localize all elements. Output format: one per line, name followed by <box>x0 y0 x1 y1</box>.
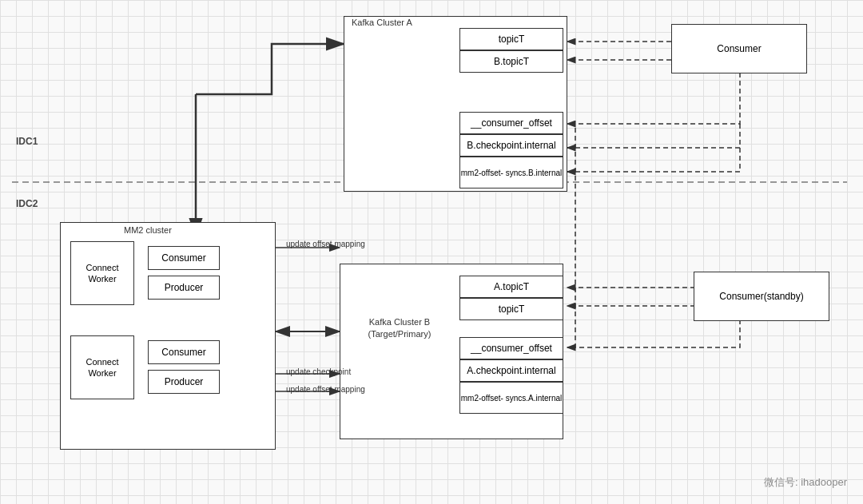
acheckpoint-b-label: A.checkpoint.internal <box>467 365 555 376</box>
consumer2-label: Consumer <box>161 347 205 358</box>
atopicT-b-label: A.topicT <box>494 281 529 292</box>
consumer-standby-box: Consumer(standby) <box>694 272 829 321</box>
idc1-label: IDC1 <box>16 136 38 147</box>
connect-worker1-label: Connect Worker <box>71 262 133 285</box>
update-offset-mapping2-label: update offset mapping <box>286 385 365 394</box>
consumer2-box: Consumer <box>148 340 220 364</box>
mm2-syncs-b-label: mm2-offset- syncs.A.internal <box>461 393 563 403</box>
btopicT-a-label: B.topicT <box>494 56 529 67</box>
consumer-offset-b-label: __consumer_offset <box>471 343 552 354</box>
producer2-label: Producer <box>165 376 204 387</box>
consumer-offset-a-label: __consumer_offset <box>471 117 552 129</box>
connect-worker1-box: Connect Worker <box>70 241 134 305</box>
idc2-label: IDC2 <box>16 198 38 209</box>
producer1-box: Producer <box>148 276 220 300</box>
bcheckpoint-a-box: B.checkpoint.internal <box>459 134 563 157</box>
kafka-cluster-a-label: Kafka Cluster A <box>352 18 412 27</box>
topicT-b-box: topicT <box>459 298 563 320</box>
producer2-box: Producer <box>148 370 220 394</box>
atopicT-b-box: A.topicT <box>459 276 563 298</box>
consumer-offset-a-box: __consumer_offset <box>459 112 563 134</box>
consumer1-label: Consumer <box>161 252 205 264</box>
kafka-cluster-b-label: Kafka Cluster B(Target/Primary) <box>352 316 447 341</box>
consumer-label: Consumer <box>717 43 761 54</box>
diagram-container: IDC1 IDC2 Kafka Cluster A topicT B.topic… <box>0 0 863 504</box>
btopicT-a-box: B.topicT <box>459 50 563 73</box>
topicT-b-label: topicT <box>499 304 525 315</box>
topicT-a-box: topicT <box>459 28 563 50</box>
connect-worker2-box: Connect Worker <box>70 335 134 399</box>
consumer-offset-b-box: __consumer_offset <box>459 337 563 359</box>
mm2-cluster-label: MM2 cluster <box>124 225 172 235</box>
consumer-standby-label: Consumer(standby) <box>719 291 803 302</box>
topicT-a-label: topicT <box>499 34 525 45</box>
mm2-syncs-a-box: mm2-offset- syncs.B.internal <box>459 157 563 189</box>
mm2-syncs-a-label: mm2-offset- syncs.B.internal <box>461 168 563 178</box>
update-checkpoint-label: update checkpoint <box>286 367 351 376</box>
consumer1-box: Consumer <box>148 246 220 270</box>
mm2-syncs-b-box: mm2-offset- syncs.A.internal <box>459 382 563 414</box>
acheckpoint-b-box: A.checkpoint.internal <box>459 359 563 382</box>
watermark: 微信号: ihadooper <box>764 475 847 490</box>
consumer-box: Consumer <box>671 24 807 73</box>
producer1-label: Producer <box>165 282 204 293</box>
bcheckpoint-a-label: B.checkpoint.internal <box>467 140 555 151</box>
update-offset-mapping1-label: update offset mapping <box>286 240 365 248</box>
connect-worker2-label: Connect Worker <box>71 356 133 379</box>
